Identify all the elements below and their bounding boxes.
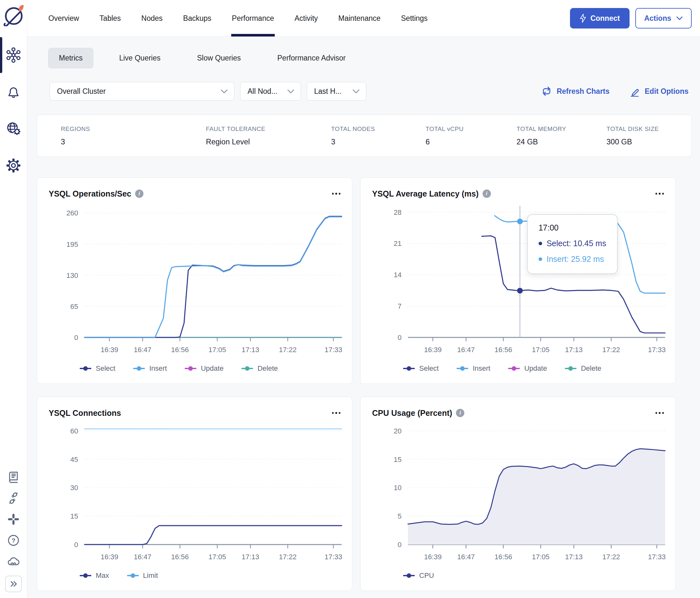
- tooltip-entry: Insert: 25.92 ms: [539, 255, 606, 264]
- legend-item-insert[interactable]: Insert: [457, 364, 490, 373]
- chart-menu-button[interactable]: [331, 410, 341, 416]
- svg-text:16:56: 16:56: [171, 553, 189, 561]
- legend-item-delete[interactable]: Delete: [565, 364, 601, 373]
- chart-menu-button[interactable]: [655, 410, 665, 416]
- legend-item-select[interactable]: Select: [80, 364, 115, 373]
- legend-item-max[interactable]: Max: [80, 571, 109, 580]
- chevron-down-icon: [353, 89, 359, 94]
- chart-legend: CPU: [370, 564, 670, 587]
- tab-settings[interactable]: Settings: [401, 0, 427, 36]
- tab-nodes[interactable]: Nodes: [141, 0, 162, 36]
- connect-button[interactable]: Connect: [570, 8, 629, 28]
- sidebar-item-integrations[interactable]: [6, 491, 21, 505]
- svg-text:17:05: 17:05: [532, 553, 550, 561]
- subtab-slow-queries[interactable]: Slow Queries: [186, 48, 252, 69]
- chart-title: YSQL Average Latency (ms): [372, 189, 479, 199]
- svg-text:60: 60: [71, 427, 78, 435]
- legend-item-limit[interactable]: Limit: [127, 571, 158, 580]
- svg-text:16:56: 16:56: [494, 346, 512, 354]
- svg-text:28: 28: [394, 208, 402, 216]
- legend-item-insert[interactable]: Insert: [133, 364, 167, 373]
- cluster-network-icon: [5, 47, 22, 63]
- refresh-charts-button[interactable]: Refresh Charts: [541, 86, 609, 97]
- svg-text:130: 130: [66, 271, 78, 280]
- legend-marker-icon: [80, 366, 91, 371]
- subtab-live-queries[interactable]: Live Queries: [108, 48, 171, 69]
- actions-button[interactable]: Actions: [635, 8, 692, 28]
- chart-canvas: 0510152016:3916:4716:5617:0517:1317:2217…: [370, 421, 670, 564]
- tab-tables[interactable]: Tables: [100, 0, 121, 36]
- chevron-down-icon: [287, 89, 294, 94]
- info-icon[interactable]: i: [482, 189, 491, 198]
- legend-item-delete[interactable]: Delete: [242, 364, 278, 373]
- chart-menu-button[interactable]: [331, 190, 341, 197]
- tab-backups[interactable]: Backups: [183, 0, 211, 36]
- svg-text:?: ?: [11, 537, 15, 544]
- sidebar-item-settings[interactable]: [0, 147, 27, 184]
- nodes-select[interactable]: All Nod...: [240, 82, 301, 101]
- legend-item-select[interactable]: Select: [403, 364, 439, 373]
- svg-text:17:22: 17:22: [602, 346, 620, 354]
- legend-marker-icon: [565, 366, 576, 371]
- legend-marker-icon: [457, 366, 468, 371]
- top-navigation: Overview Tables Nodes Backups Performanc…: [27, 0, 700, 37]
- svg-text:16:47: 16:47: [134, 346, 151, 354]
- svg-text:17:33: 17:33: [648, 553, 666, 561]
- yugabyte-logo-icon[interactable]: [3, 3, 24, 28]
- chart-canvas: 0714212816:3916:4716:5617:0517:1317:2217…: [370, 201, 670, 357]
- sidebar: ?: [0, 0, 27, 598]
- plug-icon: [7, 492, 20, 504]
- sidebar-item-slack[interactable]: [6, 512, 21, 526]
- time-range-select[interactable]: Last H...: [307, 82, 366, 101]
- tab-activity[interactable]: Activity: [295, 0, 318, 36]
- tab-performance[interactable]: Performance: [232, 0, 274, 36]
- sidebar-item-alerts[interactable]: [0, 73, 27, 110]
- stat-fault-tolerance: FAULT TOLERANCE Region Level: [206, 126, 331, 146]
- chart-menu-button[interactable]: [655, 190, 665, 197]
- legend-item-cpu[interactable]: CPU: [403, 571, 434, 580]
- svg-text:17:22: 17:22: [279, 553, 297, 561]
- legend-marker-icon: [185, 366, 196, 371]
- legend-marker-icon: [403, 573, 415, 578]
- chart-card-ysql-connections: YSQL Connections 01530456016:3916:4716:5…: [37, 397, 352, 591]
- svg-text:16:39: 16:39: [424, 553, 442, 561]
- sidebar-item-cloud-status[interactable]: [6, 554, 21, 569]
- legend-item-update[interactable]: Update: [185, 364, 224, 373]
- chart-title: YSQL Operations/Sec: [49, 189, 131, 199]
- help-question-icon: ?: [7, 534, 20, 547]
- svg-text:17:22: 17:22: [602, 553, 620, 561]
- sidebar-item-network-access[interactable]: [0, 110, 27, 147]
- sidebar-expand-button[interactable]: [5, 576, 22, 592]
- edit-options-button[interactable]: Edit Options: [629, 86, 689, 97]
- stat-total-nodes: TOTAL NODES 3: [331, 126, 426, 146]
- stat-total-vcpu: TOTAL vCPU 6: [426, 126, 517, 146]
- info-icon[interactable]: i: [135, 189, 144, 198]
- chart-canvas: 06513019526016:3916:4716:5617:0517:1317:…: [46, 201, 347, 357]
- sidebar-item-docs[interactable]: [6, 470, 21, 484]
- cluster-select[interactable]: Overall Cluster: [50, 82, 234, 101]
- chart-legend: SelectInsertUpdateDelete: [46, 357, 347, 380]
- svg-text:16:47: 16:47: [134, 553, 151, 561]
- tooltip-time: 17:00: [539, 223, 606, 232]
- cluster-summary-bar: REGIONS 3 FAULT TOLERANCE Region Level T…: [37, 114, 692, 157]
- subtab-metrics[interactable]: Metrics: [48, 48, 94, 69]
- legend-item-update[interactable]: Update: [508, 364, 547, 373]
- sidebar-item-help[interactable]: ?: [6, 533, 21, 547]
- legend-marker-icon: [403, 366, 415, 371]
- charts-grid: YSQL Operations/Sec i 06513019526016:391…: [37, 177, 692, 591]
- svg-text:21: 21: [394, 239, 402, 248]
- info-icon[interactable]: i: [456, 409, 464, 417]
- subtab-performance-advisor[interactable]: Performance Advisor: [267, 48, 356, 69]
- gear-icon: [6, 158, 21, 173]
- tab-overview[interactable]: Overview: [48, 0, 79, 36]
- chart-plot-area: 06513019526016:3916:4716:5617:0517:1317:…: [46, 201, 347, 357]
- tab-maintenance[interactable]: Maintenance: [339, 0, 381, 36]
- chart-plot-area: 17:00Select: 10.45 msInsert: 25.92 ms071…: [370, 201, 670, 357]
- svg-text:260: 260: [66, 209, 78, 217]
- chevron-down-icon: [221, 89, 228, 94]
- sidebar-item-cluster-metrics[interactable]: [0, 36, 27, 73]
- svg-text:17:05: 17:05: [208, 553, 226, 561]
- svg-text:20: 20: [394, 427, 402, 435]
- chart-plot-area: 0510152016:3916:4716:5617:0517:1317:2217…: [370, 421, 670, 564]
- svg-text:17:33: 17:33: [648, 346, 666, 354]
